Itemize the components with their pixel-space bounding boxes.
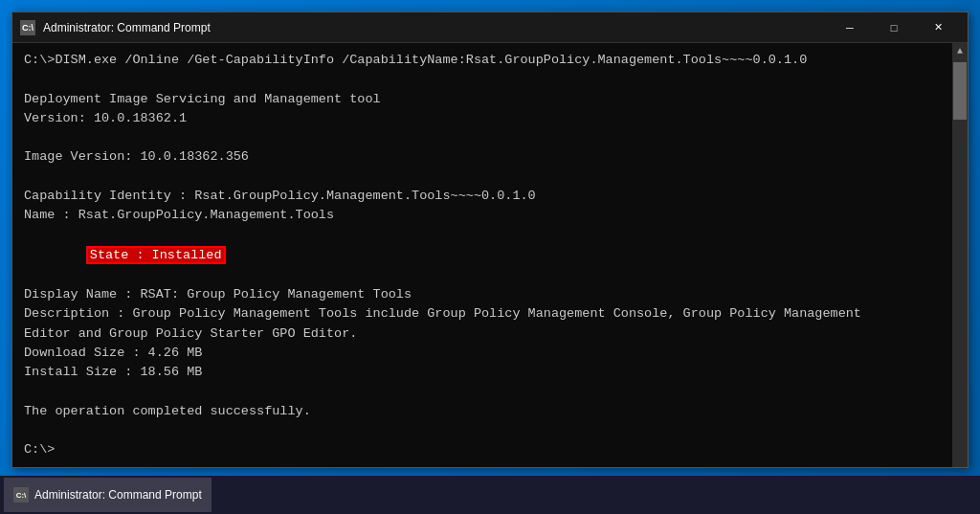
- line-download-size: Download Size : 4.26 MB: [24, 344, 939, 363]
- state-highlight-box: State : Installed: [86, 246, 226, 264]
- line-blank-3: [24, 168, 939, 187]
- close-button[interactable]: ✕: [916, 12, 960, 43]
- command-line: C:\>DISM.exe /Online /Get-CapabilityInfo…: [24, 51, 939, 70]
- line-blank-1: [24, 70, 939, 89]
- taskbar-item-label: Administrator: Command Prompt: [34, 488, 202, 502]
- scrollbar-thumb[interactable]: [953, 62, 967, 120]
- line-blank-5: [24, 421, 939, 440]
- title-bar-controls: ─ □ ✕: [828, 12, 960, 43]
- taskbar-item-cmd[interactable]: C:\ Administrator: Command Prompt: [4, 478, 212, 512]
- taskbar-item-icon: C:\: [13, 487, 29, 503]
- line-display-name: Display Name : RSAT: Group Policy Manage…: [24, 285, 939, 304]
- line-blank-2: [24, 128, 939, 147]
- line-blank-4: [24, 382, 939, 401]
- line-state: State : Installed: [24, 226, 939, 284]
- taskbar-items: C:\ Administrator: Command Prompt: [0, 476, 215, 514]
- line-description: Description : Group Policy Management To…: [24, 304, 939, 324]
- scrollbar[interactable]: ▲: [952, 43, 968, 467]
- window: C:\ Administrator: Command Prompt ─ □ ✕ …: [11, 11, 969, 468]
- line-deployment: Deployment Image Servicing and Managemen…: [24, 90, 939, 109]
- title-bar-title: Administrator: Command Prompt: [43, 21, 828, 34]
- content-area: C:\>DISM.exe /Online /Get-CapabilityInfo…: [24, 51, 956, 459]
- line-image-version: Image Version: 10.0.18362.356: [24, 147, 939, 167]
- scrollbar-up-arrow[interactable]: ▲: [952, 43, 968, 58]
- line-prompt: C:\>: [24, 440, 939, 459]
- terminal-content[interactable]: C:\>DISM.exe /Online /Get-CapabilityInfo…: [12, 43, 968, 467]
- line-operation-complete: The operation completed successfully.: [24, 402, 939, 421]
- line-version: Version: 10.0.18362.1: [24, 109, 939, 128]
- taskbar: C:\ Administrator: Command Prompt: [0, 476, 980, 514]
- line-name: Name : Rsat.GroupPolicy.Management.Tools: [24, 206, 939, 225]
- title-bar-icon: C:\: [20, 20, 35, 35]
- maximize-button[interactable]: □: [872, 12, 916, 43]
- title-bar: C:\ Administrator: Command Prompt ─ □ ✕: [12, 12, 968, 43]
- line-capability-identity: Capability Identity : Rsat.GroupPolicy.M…: [24, 187, 939, 206]
- line-editor: Editor and Group Policy Starter GPO Edit…: [24, 324, 939, 344]
- minimize-button[interactable]: ─: [828, 12, 872, 43]
- line-install-size: Install Size : 18.56 MB: [24, 363, 939, 382]
